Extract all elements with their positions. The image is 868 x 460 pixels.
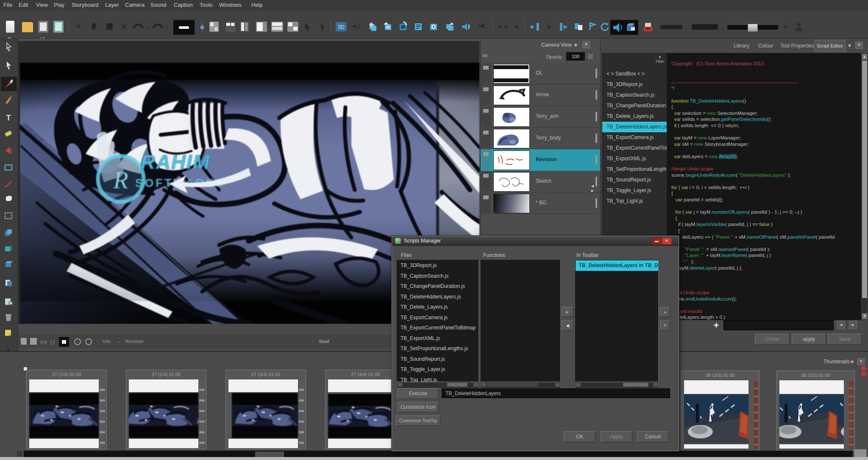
svg-text:[ ]: [ ] xyxy=(50,340,54,345)
svg-text:0:0: 0:0 xyxy=(40,340,47,345)
svg-text:3D: 3D xyxy=(338,24,345,30)
